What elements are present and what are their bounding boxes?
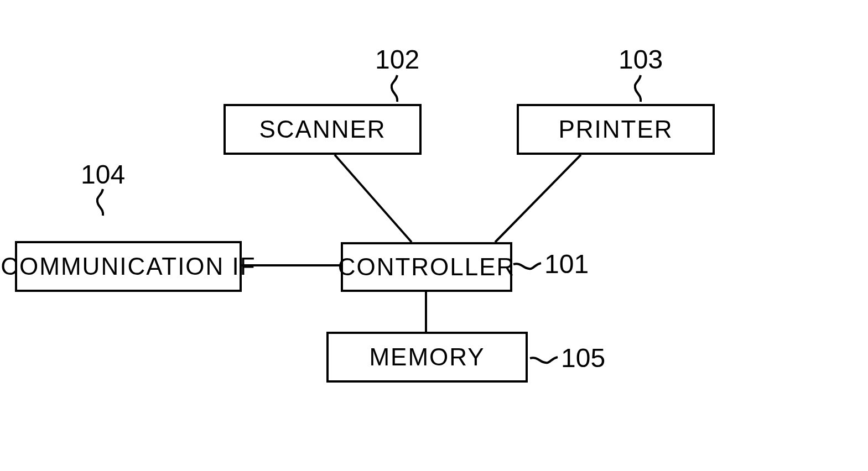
communication-if-block: COMMUNICATION IF: [15, 241, 242, 292]
scanner-label: SCANNER: [259, 116, 386, 143]
printer-label: PRINTER: [558, 116, 673, 143]
connector-lines: [0, 0, 868, 471]
memory-ref: 105: [561, 343, 605, 373]
controller-block: CONTROLLER: [341, 242, 512, 292]
svg-line-0: [335, 155, 412, 242]
scanner-ref: 102: [375, 44, 419, 75]
controller-ref: 101: [544, 249, 589, 279]
communication-if-label: COMMUNICATION IF: [1, 253, 256, 280]
printer-block: PRINTER: [517, 104, 715, 155]
printer-ref: 103: [618, 44, 663, 75]
memory-block: MEMORY: [326, 332, 528, 383]
memory-label: MEMORY: [369, 343, 485, 371]
communication-if-ref: 104: [81, 159, 125, 190]
block-diagram: SCANNER 102 PRINTER 103 COMMUNICATION IF…: [0, 0, 868, 471]
svg-line-1: [495, 155, 581, 242]
controller-label: CONTROLLER: [338, 253, 516, 281]
scanner-block: SCANNER: [224, 104, 422, 155]
